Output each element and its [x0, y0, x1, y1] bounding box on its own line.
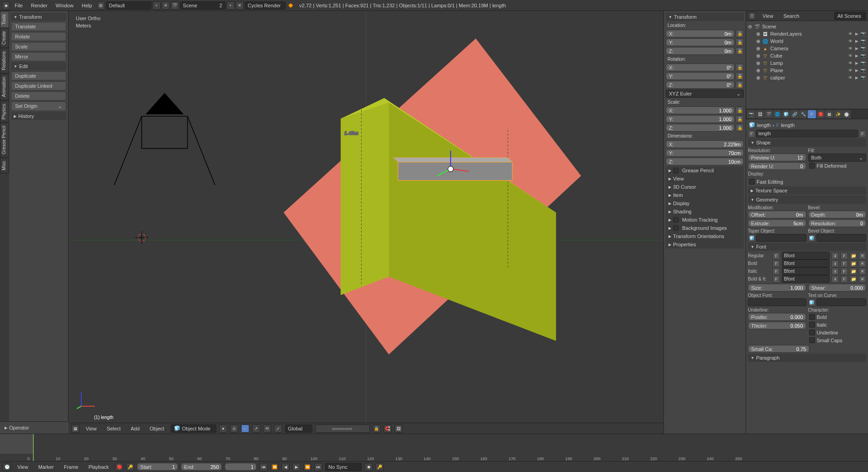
menu-render[interactable]: Render [27, 1, 51, 10]
operator-panel-header[interactable]: Operator [2, 424, 67, 432]
visibility-icon[interactable]: 👁 [847, 68, 853, 74]
datablock-icon[interactable]: F [748, 130, 755, 138]
font-users-icon[interactable]: 4 [831, 276, 839, 283]
modifiers-tab-icon[interactable]: 🔧 [799, 110, 807, 118]
vp-add-menu[interactable]: Add [127, 424, 143, 433]
curve-icon[interactable]: 🧊 [808, 299, 815, 306]
visibility-icon[interactable]: 👁 [847, 53, 853, 59]
auto-keyframe-icon[interactable]: 🔴 [115, 463, 123, 471]
datablock-breadcrumb[interactable]: 🧊length›Flength [748, 121, 866, 129]
del-layout-icon[interactable]: ✕ [162, 1, 170, 10]
rot-x-field[interactable]: X:0° [666, 64, 735, 71]
fast-editing-checkbox[interactable]: Fast Editing [748, 178, 866, 186]
outliner-item-camera[interactable]: ⊕▲Camera👁▶📷 [748, 45, 866, 52]
orientation-selector[interactable]: Global [285, 424, 312, 433]
shading-solid-icon[interactable]: ● [219, 424, 227, 433]
taper-obj-field[interactable] [756, 234, 806, 242]
visibility-icon[interactable]: 👁 [847, 46, 853, 52]
open-font-icon[interactable]: 📁 [850, 260, 857, 267]
n-panel-3d-cursor[interactable]: 3D Cursor [666, 183, 744, 191]
keying-set-icon[interactable]: 🔑 [126, 463, 134, 471]
jump-start-icon[interactable]: ⏮ [259, 463, 268, 471]
scene-selector[interactable]: Scene2 [180, 1, 226, 10]
font-browse-icon[interactable]: F [773, 252, 780, 260]
unlink-icon[interactable]: ✕ [859, 252, 866, 260]
font-browse-icon[interactable]: F [773, 276, 780, 283]
selectable-icon[interactable]: ▶ [854, 38, 860, 44]
scale-z-field[interactable]: Z:1.000 [666, 124, 735, 132]
scale-button[interactable]: Scale [11, 42, 66, 51]
outliner-tree[interactable]: ⊖🎬Scene ⊕🖼RenderLayers👁▶📷⊕🌐World👁▶📷⊕▲Cam… [746, 21, 868, 109]
start-frame-field[interactable]: Start:1 [137, 463, 178, 471]
visibility-icon[interactable]: 👁 [847, 75, 853, 81]
play-icon[interactable]: ▶ [292, 463, 300, 471]
selectable-icon[interactable]: ▶ [854, 46, 860, 52]
char-underline-checkbox[interactable]: Underline [808, 329, 867, 336]
font-panel-header[interactable]: Font [748, 243, 866, 251]
keying-icon[interactable]: 🔑 [375, 463, 384, 471]
timeline-canvas[interactable]: 0102030405060708090100110120130140150160… [0, 434, 868, 461]
physics-tab-icon[interactable]: ⬤ [842, 110, 851, 118]
vp-object-menu[interactable]: Object [146, 424, 168, 433]
fake-user-button[interactable]: F [859, 130, 866, 138]
geometry-panel-header[interactable]: Geometry [748, 196, 866, 204]
open-font-icon[interactable]: 📁 [850, 252, 857, 260]
bevel-obj-field[interactable] [816, 234, 867, 242]
depth-field[interactable]: Depth:0m [808, 211, 867, 218]
preview-u-field[interactable]: Preview U:12 [748, 154, 806, 161]
duplicate-button[interactable]: Duplicate [11, 71, 66, 80]
history-panel-header[interactable]: History [11, 112, 66, 120]
current-frame-field[interactable]: 1 [225, 463, 257, 471]
tl-frame-menu[interactable]: Frame [60, 463, 82, 471]
outliner-item-cube[interactable]: ⊕▽Cube👁▶📷 [748, 52, 866, 59]
vp-view-menu[interactable]: View [82, 424, 100, 433]
tool-tab-animation[interactable]: Animation [0, 74, 9, 100]
keyframe-prev-icon[interactable]: ⏪ [270, 463, 279, 471]
add-scene-icon[interactable]: + [226, 1, 235, 10]
menu-window[interactable]: Window [52, 1, 77, 10]
tool-tab-grease-pencil[interactable]: Grease Pencil [0, 122, 9, 158]
rot-y-field[interactable]: Y:0° [666, 72, 735, 80]
jump-end-icon[interactable]: ⏭ [314, 463, 322, 471]
lock-icon[interactable]: 🔓 [736, 64, 744, 71]
tree-scene[interactable]: ⊖🎬Scene [748, 23, 866, 30]
font-bold-field[interactable]: Bfont [782, 260, 830, 267]
renderable-icon[interactable]: 📷 [860, 38, 866, 44]
n-panel-properties[interactable]: Properties [666, 240, 744, 249]
underline-pos-field[interactable]: Positio:0.000 [748, 313, 806, 321]
offset-field[interactable]: Offset:0m [748, 211, 806, 218]
manip-rotate-icon[interactable]: ⟲ [263, 424, 271, 433]
datablock-name-field[interactable]: length [756, 130, 858, 138]
blender-logo-icon[interactable]: ◆ [2, 1, 10, 10]
mode-selector[interactable]: 🧊Object Mode [171, 424, 216, 433]
lock-icon[interactable]: 🔓 [736, 72, 744, 80]
tl-marker-menu[interactable]: Marker [35, 463, 58, 471]
editor-type-icon[interactable]: ▦ [71, 424, 79, 433]
lock-icon[interactable]: 🔓 [736, 124, 744, 132]
tool-tab-relations[interactable]: Relations [0, 48, 9, 74]
layout-icon[interactable]: ⊞ [97, 1, 105, 10]
open-font-icon[interactable]: 📁 [850, 268, 857, 275]
renderable-icon[interactable]: 📷 [860, 68, 866, 74]
unlink-icon[interactable]: ✕ [859, 268, 866, 275]
translate-button[interactable]: Translate [11, 22, 66, 31]
char-bold-checkbox[interactable]: Bold [808, 313, 867, 321]
font-users-icon[interactable]: 4 [831, 252, 839, 260]
underline-thick-field[interactable]: Thickn:0.050 [748, 322, 806, 329]
lock-icon[interactable]: 🔓 [736, 106, 744, 114]
set-origin-button[interactable]: Set Origin⌄ [11, 101, 66, 111]
font-browse-icon[interactable]: F [773, 260, 780, 267]
play-reverse-icon[interactable]: ◀ [281, 463, 289, 471]
lock-icon[interactable]: 🔓 [736, 47, 744, 55]
manip-scale-icon[interactable]: ⤢ [274, 424, 282, 433]
n-panel-motion-tracking[interactable]: Motion Tracking [666, 216, 744, 224]
renderable-icon[interactable]: 📷 [860, 60, 866, 66]
lock-icon[interactable]: 🔓 [736, 30, 744, 37]
end-frame-field[interactable]: End:250 [181, 463, 222, 471]
render-u-field[interactable]: Render U:0 [748, 162, 806, 170]
snap-icon[interactable]: 🧲 [384, 424, 392, 433]
fill-mode-dropdown[interactable]: Both⌄ [808, 154, 867, 162]
lock-camera-icon[interactable]: 🔒 [373, 424, 381, 433]
n-panel-transform-orientations[interactable]: Transform Orientations [666, 232, 744, 240]
font-users-icon[interactable]: 4 [831, 260, 839, 267]
